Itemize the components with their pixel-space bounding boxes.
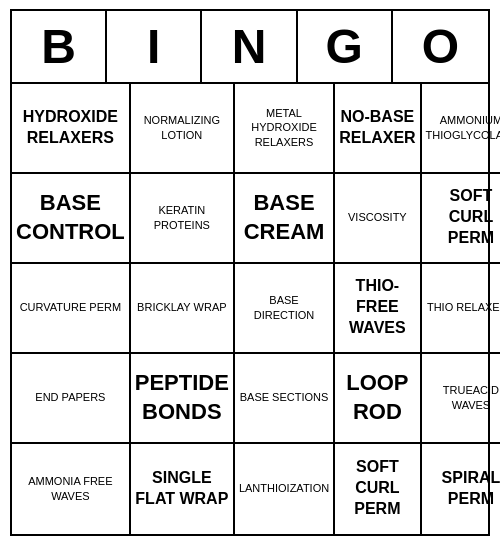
cell-text: lanthioization: [239, 481, 329, 495]
bingo-letter: G: [298, 11, 393, 82]
bingo-cell: CURVATURE PERM: [12, 264, 131, 354]
bingo-cell: base cream: [235, 174, 335, 264]
bingo-cell: NORMALIZING LOTION: [131, 84, 235, 174]
bingo-cell: VISCOSITY: [335, 174, 421, 264]
bingo-letter: I: [107, 11, 202, 82]
cell-text: END PAPERS: [35, 390, 105, 404]
cell-text: CURVATURE PERM: [20, 300, 121, 314]
cell-text: THIO-FREE WAVES: [339, 276, 415, 338]
bingo-cell: TRUEACID WAVES: [422, 354, 500, 444]
cell-text: LOOP ROD: [339, 369, 415, 426]
cell-text: ammonium thioglycolate: [426, 113, 500, 142]
cell-text: SINGLE FLAT WRAP: [135, 468, 229, 510]
bingo-cell: LOOP ROD: [335, 354, 421, 444]
bingo-letter: N: [202, 11, 297, 82]
bingo-cell: SOFT CURL PERM: [335, 444, 421, 534]
bingo-cell: peptide bonds: [131, 354, 235, 444]
bingo-cell: SOFT CURL PERM: [422, 174, 500, 264]
cell-text: base control: [16, 189, 125, 246]
bingo-cell: BRICKLAY WRAP: [131, 264, 235, 354]
cell-text: BRICKLAY WRAP: [137, 300, 226, 314]
bingo-cell: BASE DIRECTION: [235, 264, 335, 354]
bingo-cell: THIO-FREE WAVES: [335, 264, 421, 354]
cell-text: TRUEACID WAVES: [426, 383, 500, 412]
bingo-grid: hydroxide relaxersNORMALIZING LOTIONMETA…: [12, 84, 488, 534]
cell-text: peptide bonds: [135, 369, 229, 426]
bingo-cell: lanthioization: [235, 444, 335, 534]
cell-text: SOFT CURL PERM: [426, 186, 500, 248]
bingo-cell: METAL HYDROXIDE RELAXERS: [235, 84, 335, 174]
cell-text: SPIRAL PERM: [426, 468, 500, 510]
cell-text: base cream: [239, 189, 329, 246]
bingo-cell: hydroxide relaxers: [12, 84, 131, 174]
cell-text: METAL HYDROXIDE RELAXERS: [239, 106, 329, 149]
cell-text: KERATIN PROTEINS: [135, 203, 229, 232]
bingo-cell: SINGLE FLAT WRAP: [131, 444, 235, 534]
bingo-cell: END PAPERS: [12, 354, 131, 444]
cell-text: NO-BASE RELAXER: [339, 107, 415, 149]
bingo-header: BINGO: [12, 11, 488, 84]
cell-text: BASE DIRECTION: [239, 293, 329, 322]
bingo-cell: NO-BASE RELAXER: [335, 84, 421, 174]
cell-text: BASE SECTIONS: [240, 390, 329, 404]
bingo-cell: THIO RELAXERS: [422, 264, 500, 354]
bingo-cell: ammonium thioglycolate: [422, 84, 500, 174]
bingo-cell: KERATIN PROTEINS: [131, 174, 235, 264]
bingo-cell: base control: [12, 174, 131, 264]
cell-text: hydroxide relaxers: [16, 107, 125, 149]
cell-text: NORMALIZING LOTION: [135, 113, 229, 142]
bingo-cell: SPIRAL PERM: [422, 444, 500, 534]
cell-text: VISCOSITY: [348, 210, 407, 224]
cell-text: SOFT CURL PERM: [339, 457, 415, 519]
bingo-letter: O: [393, 11, 488, 82]
bingo-cell: ammonia free waves: [12, 444, 131, 534]
bingo-cell: BASE SECTIONS: [235, 354, 335, 444]
bingo-letter: B: [12, 11, 107, 82]
cell-text: THIO RELAXERS: [427, 300, 500, 314]
cell-text: ammonia free waves: [16, 474, 125, 503]
bingo-card: BINGO hydroxide relaxersNORMALIZING LOTI…: [10, 9, 490, 536]
